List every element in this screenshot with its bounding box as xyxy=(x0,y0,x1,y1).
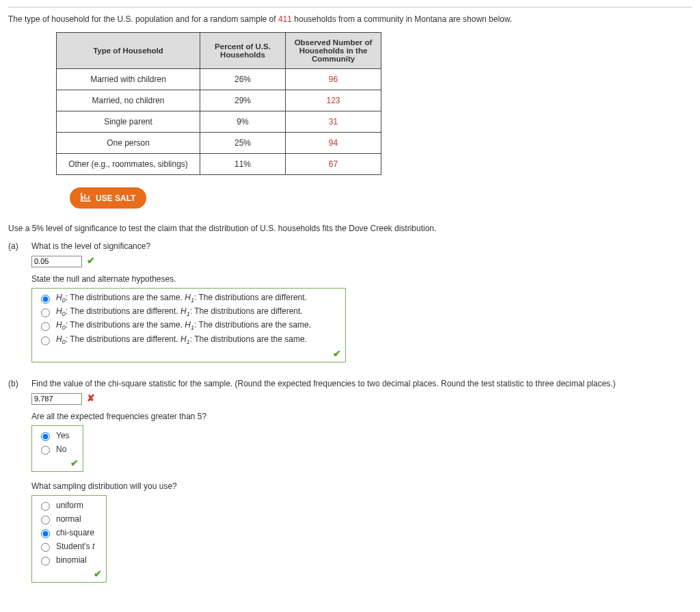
check-icon: ✔ xyxy=(333,348,341,359)
part-a-q1: What is the level of significance? xyxy=(31,241,150,251)
sample-size: 411 xyxy=(278,14,292,24)
check-icon: ✔ xyxy=(94,568,102,579)
table-header-percent: Percent of U.S. Households xyxy=(200,33,286,69)
dist-uniform[interactable] xyxy=(41,502,50,511)
chart-icon xyxy=(81,192,92,204)
yesno-options: Yes No ✔ xyxy=(31,425,83,472)
dist-chisquare[interactable] xyxy=(41,529,50,538)
instruction-text: Use a 5% level of significance to test t… xyxy=(8,224,692,233)
table-header-observed: Observed Number of Households in the Com… xyxy=(286,33,381,69)
hyp-option-3[interactable] xyxy=(41,322,50,331)
use-salt-button[interactable]: USE SALT xyxy=(70,187,146,209)
no-option[interactable] xyxy=(41,446,50,455)
part-a-q2: State the null and alternate hypotheses. xyxy=(31,274,692,284)
part-b-q1: Find the value of the chi-square statist… xyxy=(31,379,615,388)
dist-binomial[interactable] xyxy=(41,557,50,566)
table-row: Married, no children29%123 xyxy=(57,90,381,111)
check-icon: ✔ xyxy=(87,255,95,266)
yes-option[interactable] xyxy=(41,432,50,441)
hyp-option-4[interactable] xyxy=(41,336,50,345)
dist-student-t[interactable] xyxy=(41,543,50,552)
use-salt-label: USE SALT xyxy=(96,194,135,203)
household-table: Type of Household Percent of U.S. Househ… xyxy=(56,32,381,175)
table-row: One person25%94 xyxy=(57,133,381,154)
part-b-q2: Are all the expected frequencies greater… xyxy=(31,412,692,421)
cross-icon: ✘ xyxy=(87,393,95,403)
hyp-option-1[interactable] xyxy=(41,295,50,304)
table-header-type: Type of Household xyxy=(57,33,200,69)
table-row: Married with children26%96 xyxy=(57,69,381,90)
part-a-label: (a) xyxy=(8,241,25,251)
part-b-q3: What sampling distribution will you use? xyxy=(31,481,692,491)
hypotheses-options: H0: The distributions are the same. H1: … xyxy=(31,288,346,363)
significance-input[interactable] xyxy=(31,256,82,267)
dist-normal[interactable] xyxy=(41,516,50,524)
table-row: Single parent9%31 xyxy=(57,111,381,133)
table-row: Other (e.g., roommates, siblings)11%67 xyxy=(57,154,381,175)
check-icon: ✔ xyxy=(70,457,79,468)
distribution-options: uniform normal chi-square Student's t bi… xyxy=(31,495,107,583)
intro-text: The type of household for the U.S. popul… xyxy=(8,14,692,24)
part-b-label: (b) xyxy=(8,379,25,388)
hyp-option-2[interactable] xyxy=(41,308,50,317)
chisquare-input[interactable] xyxy=(31,393,82,405)
